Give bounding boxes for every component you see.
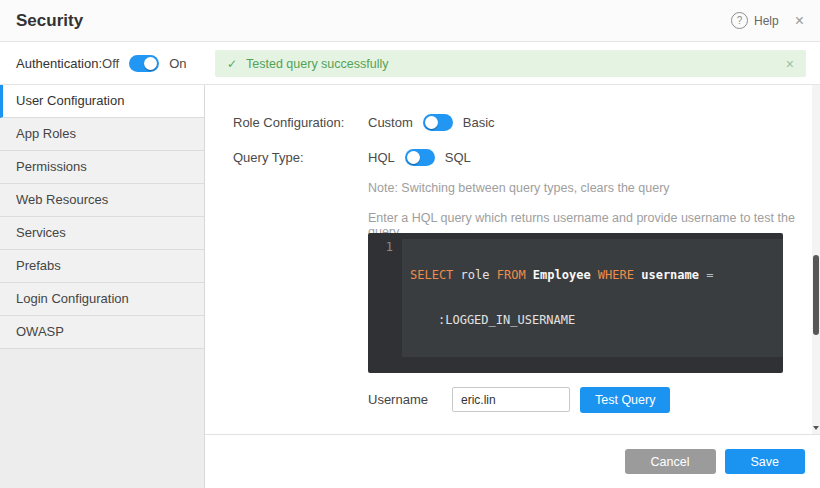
scrollbar-thumb[interactable] — [813, 255, 819, 335]
editor-code-area[interactable]: SELECT role FROM Employee WHERE username… — [402, 233, 783, 373]
role-custom-label: Custom — [368, 115, 413, 130]
authentication-label: Authentication: — [16, 56, 102, 71]
query-hql-label: HQL — [368, 150, 395, 165]
scrollbar-down-arrow-icon[interactable] — [813, 426, 819, 430]
query-type-toggle[interactable] — [405, 149, 435, 166]
vertical-scrollbar[interactable] — [812, 85, 820, 434]
sql-keyword: WHERE — [598, 268, 641, 282]
authentication-on-label: On — [169, 56, 186, 71]
code-line-1: SELECT role FROM Employee WHERE username… — [410, 267, 775, 284]
test-query-row: Username Test Query — [368, 386, 670, 413]
sidebar-item-prefabs[interactable]: Prefabs — [0, 250, 204, 283]
editor-active-line: SELECT role FROM Employee WHERE username… — [402, 239, 783, 357]
sidebar-item-owasp[interactable]: OWASP — [0, 316, 204, 349]
query-type-row: Query Type: HQL SQL — [233, 143, 792, 171]
sql-identifier: Employee — [533, 268, 598, 282]
sidebar-item-permissions[interactable]: Permissions — [0, 151, 204, 184]
toggle-knob — [425, 116, 438, 129]
page-title: Security — [16, 11, 83, 31]
authentication-off-label: Off — [102, 56, 119, 71]
code-line-2: :LOGGED_IN_USERNAME — [410, 312, 775, 329]
hql-query-editor[interactable]: 1 SELECT role FROM Employee WHERE userna… — [368, 233, 783, 373]
help-link[interactable]: Help — [754, 14, 779, 28]
cancel-button[interactable]: Cancel — [625, 449, 716, 474]
query-switch-note: Note: Switching between query types, cle… — [368, 181, 670, 195]
sidebar: User Configuration App Roles Permissions… — [0, 85, 205, 488]
toggle-knob — [407, 151, 420, 164]
dialog-footer: Cancel Save — [205, 434, 820, 488]
sql-parameter: :LOGGED_IN_USERNAME — [438, 313, 575, 327]
check-icon: ✓ — [227, 57, 237, 71]
sql-token: role — [461, 268, 497, 282]
sidebar-item-app-roles[interactable]: App Roles — [0, 118, 204, 151]
role-configuration-toggle[interactable] — [423, 114, 453, 131]
user-configuration-panel: Role Configuration: Custom Basic Query T… — [205, 85, 812, 434]
sidebar-item-services[interactable]: Services — [0, 217, 204, 250]
dialog-header: Security ? Help × — [0, 0, 820, 42]
editor-line-number: 1 — [368, 233, 402, 373]
banner-message: Tested query successfully — [246, 57, 388, 71]
save-button[interactable]: Save — [725, 449, 806, 474]
banner-close-icon[interactable]: × — [786, 57, 794, 71]
username-input[interactable] — [452, 387, 570, 412]
test-query-button[interactable]: Test Query — [580, 387, 670, 413]
username-label: Username — [368, 392, 452, 407]
sql-keyword: SELECT — [410, 268, 461, 282]
sidebar-item-user-configuration[interactable]: User Configuration — [0, 85, 204, 118]
help-icon[interactable]: ? — [731, 12, 748, 29]
query-sql-label: SQL — [445, 150, 471, 165]
header-actions: ? Help × — [731, 12, 804, 29]
sql-keyword: FROM — [497, 268, 533, 282]
sql-identifier: username — [641, 268, 706, 282]
role-configuration-label: Role Configuration: — [233, 115, 368, 130]
sql-operator: = — [706, 268, 713, 282]
role-basic-label: Basic — [463, 115, 495, 130]
role-configuration-row: Role Configuration: Custom Basic — [233, 108, 792, 136]
close-icon[interactable]: × — [795, 13, 804, 29]
sidebar-item-web-resources[interactable]: Web Resources — [0, 184, 204, 217]
query-type-label: Query Type: — [233, 150, 368, 165]
toggle-knob — [144, 57, 157, 70]
sidebar-item-login-configuration[interactable]: Login Configuration — [0, 283, 204, 316]
authentication-toggle[interactable] — [129, 55, 159, 72]
success-banner: ✓ Tested query successfully × — [215, 50, 806, 77]
